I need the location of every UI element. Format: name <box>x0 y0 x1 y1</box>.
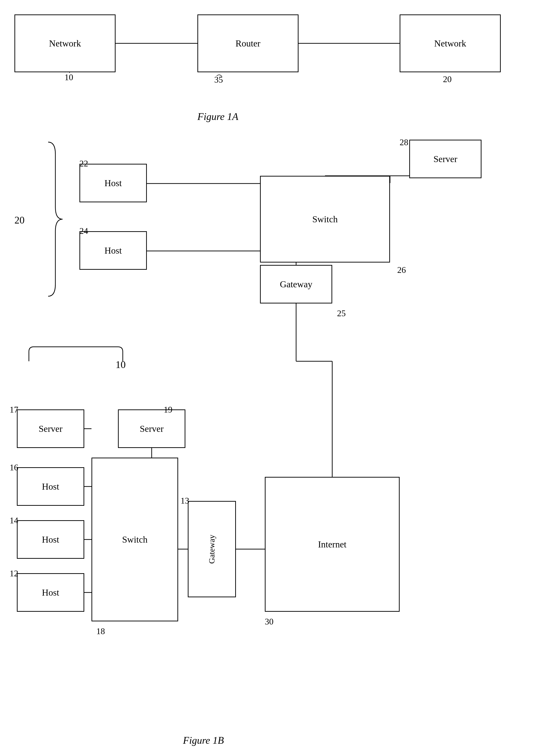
label-30: 30 <box>265 616 274 627</box>
network1a-label: Network <box>49 38 81 49</box>
diagram-container: Network Router Network 10 35 20 Figure 1… <box>0 0 533 756</box>
switch18-label: Switch <box>122 534 147 545</box>
host22-label: Host <box>104 178 122 188</box>
box-host14: Host <box>17 520 84 559</box>
label-22: 22 <box>79 158 88 169</box>
server19-label: Server <box>140 423 164 434</box>
label-18: 18 <box>96 626 105 636</box>
box-gateway25: Gateway <box>260 265 332 304</box>
diagram-lines <box>0 0 533 756</box>
host24-label: Host <box>104 245 122 256</box>
box-router: Router <box>198 14 299 72</box>
figure1b-caption: Figure 1B <box>183 735 224 746</box>
box-network-2a: Network <box>400 14 501 72</box>
label-24: 24 <box>79 226 88 236</box>
label-25: 25 <box>337 308 346 318</box>
router-label: Router <box>235 38 260 49</box>
box-switch18: Switch <box>92 458 178 621</box>
label-router-id: 35 <box>214 75 223 85</box>
box-host22: Host <box>79 164 147 202</box>
label-network1-id: 10 <box>65 72 73 82</box>
gateway25-label: Gateway <box>280 279 312 289</box>
label-network20-id: 20 <box>14 214 25 226</box>
host16-label: Host <box>42 481 59 492</box>
label-14: 14 <box>10 515 18 526</box>
host12-label: Host <box>42 587 59 598</box>
box-switch26: Switch <box>260 176 390 262</box>
label-16: 16 <box>10 462 18 472</box>
label-network2-id: 20 <box>443 74 452 84</box>
box-host16: Host <box>17 467 84 506</box>
label-network10-id: 10 <box>116 359 126 370</box>
label-19: 19 <box>164 405 173 415</box>
label-28: 28 <box>400 137 408 148</box>
host14-label: Host <box>42 534 59 545</box>
box-host24: Host <box>79 231 147 270</box>
network2a-label: Network <box>434 38 466 49</box>
gateway13-label: Gateway <box>207 535 216 564</box>
box-server28: Server <box>409 140 482 178</box>
figure1a-caption: Figure 1A <box>198 111 238 122</box>
box-gateway13: Gateway <box>188 501 236 597</box>
switch26-label: Switch <box>312 214 338 225</box>
box-host12: Host <box>17 573 84 612</box>
server28-label: Server <box>433 154 457 164</box>
label-26: 26 <box>397 265 406 275</box>
label-12: 12 <box>10 568 18 579</box>
internet30-label: Internet <box>318 539 346 550</box>
box-server17: Server <box>17 409 84 448</box>
server17-label: Server <box>39 423 62 434</box>
box-network-1a: Network <box>14 14 116 72</box>
box-server19: Server <box>118 409 185 448</box>
box-internet30: Internet <box>265 477 400 612</box>
label-13: 13 <box>180 496 189 506</box>
label-17: 17 <box>10 405 18 415</box>
